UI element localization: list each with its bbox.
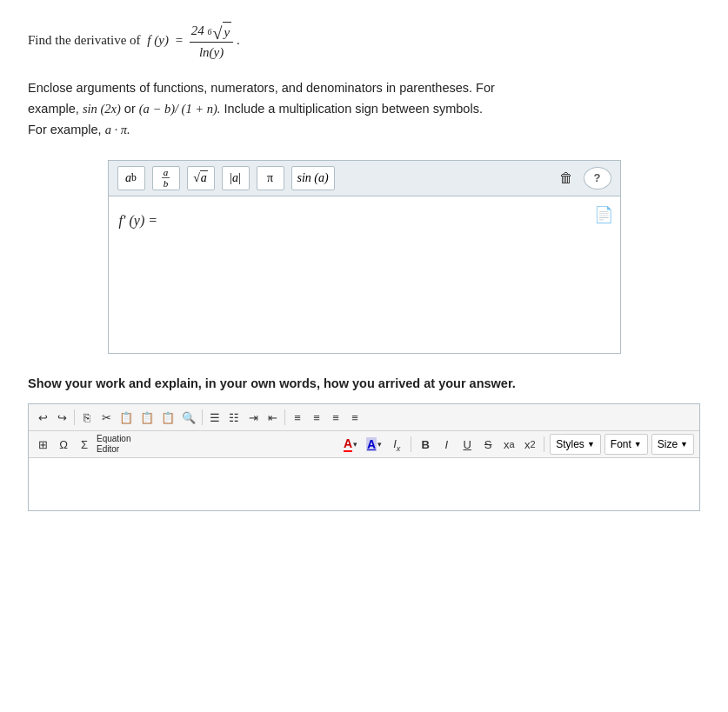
editor-table-btn[interactable]: ⊞ xyxy=(34,434,51,455)
editor-redo-btn[interactable]: ↪ xyxy=(53,407,70,428)
editor-subscript-btn[interactable]: xa xyxy=(500,434,518,455)
equation-editor-label: Equation Editor xyxy=(97,434,130,455)
editor-search-btn[interactable]: 🔍 xyxy=(179,407,198,428)
fraction-denominator: ln(y) xyxy=(197,43,225,63)
toolbar-sin-btn[interactable]: sin (a) xyxy=(291,166,335,190)
editor-copy-btn[interactable]: ⎘ xyxy=(78,407,96,428)
editor-cut-btn[interactable]: ✂ xyxy=(97,407,115,428)
editor-list-btn[interactable]: ☰ xyxy=(206,407,224,428)
editor-align-right-btn[interactable]: ≡ xyxy=(327,407,344,428)
editor-omega-btn[interactable]: Ω xyxy=(55,434,72,455)
font-dropdown[interactable]: Font ▼ xyxy=(604,434,648,455)
instructions: Enclose arguments of functions, numerato… xyxy=(28,78,700,141)
editor-italic-clear-btn[interactable]: Ix xyxy=(388,434,405,455)
editor-strike-btn[interactable]: S xyxy=(479,434,497,455)
editor-content-area[interactable] xyxy=(29,458,699,510)
editor-paste2-btn[interactable]: 📋 xyxy=(137,407,157,428)
toolbar-trash-btn[interactable]: 🗑 xyxy=(556,166,577,190)
editor-undo-btn[interactable]: ↩ xyxy=(34,407,51,428)
radical-expr: 6 √ y xyxy=(208,22,232,43)
fraction-numerator: 24 6 √ y xyxy=(190,21,233,43)
answer-input-area[interactable]: f′ (y) = 📄 xyxy=(108,196,621,354)
show-work-section: Show your work and explain, in your own … xyxy=(28,375,700,512)
answer-input-content[interactable] xyxy=(164,205,610,344)
editor-outdent-btn[interactable]: ⇤ xyxy=(264,407,281,428)
toolbar-sqrt-btn[interactable]: √a xyxy=(187,166,215,190)
show-work-title: Show your work and explain, in your own … xyxy=(28,375,700,394)
editor-align-left-btn[interactable]: ≡ xyxy=(289,407,306,428)
equation-toolbar: ab a b √a |a| π sin (a) 🗑 ? xyxy=(108,160,621,196)
toolbar-pi-btn[interactable]: π xyxy=(257,166,284,190)
editor-toolbar-row2: ⊞ Ω Σ Equation Editor A ▾ A ▾ Ix B xyxy=(29,431,699,458)
toolbar-abs-btn[interactable]: |a| xyxy=(222,166,250,190)
text-editor: ↩ ↪ ⎘ ✂ 📋 📋 📋 🔍 ☰ ☷ ⇥ ⇤ ≡ ≡ ≡ ≡ ⊞ Ω xyxy=(28,403,700,511)
size-dropdown[interactable]: Size ▼ xyxy=(651,434,694,455)
problem-statement: Find the derivative of f (y) = 24 6 √ y … xyxy=(28,21,700,63)
toolbar-fraction-btn[interactable]: a b xyxy=(152,166,180,190)
styles-dropdown[interactable]: Styles ▼ xyxy=(550,434,601,455)
editor-paste3-btn[interactable]: 📋 xyxy=(158,407,177,428)
editor-italic-btn[interactable]: I xyxy=(437,434,455,455)
editor-list2-btn[interactable]: ☷ xyxy=(225,407,243,428)
answer-area: ab a b √a |a| π sin (a) 🗑 ? xyxy=(108,160,621,354)
find-text: Find the derivative of xyxy=(28,33,141,47)
math-fraction: 24 6 √ y ln(y) xyxy=(190,21,233,63)
editor-superscript-btn[interactable]: x2 xyxy=(521,434,538,455)
editor-font-color-btn[interactable]: A ▾ xyxy=(341,434,360,455)
f-label: f (y) xyxy=(147,33,169,47)
editor-indent-btn[interactable]: ⇥ xyxy=(244,407,262,428)
editor-highlight-btn[interactable]: A ▾ xyxy=(364,434,384,455)
toolbar-power-btn[interactable]: ab xyxy=(117,166,145,190)
editor-align-justify-btn[interactable]: ≡ xyxy=(346,407,364,428)
editor-sigma-btn[interactable]: Σ xyxy=(76,434,93,455)
toolbar-help-btn[interactable]: ? xyxy=(584,167,611,190)
editor-bold-btn[interactable]: B xyxy=(417,434,434,455)
expand-icon[interactable]: 📄 xyxy=(594,203,613,227)
editor-paste-btn[interactable]: 📋 xyxy=(117,407,136,428)
answer-label: f′ (y) = xyxy=(119,210,158,231)
editor-toolbar-row1: ↩ ↪ ⎘ ✂ 📋 📋 📋 🔍 ☰ ☷ ⇥ ⇤ ≡ ≡ ≡ ≡ xyxy=(29,404,699,431)
editor-underline-btn[interactable]: U xyxy=(458,434,476,455)
editor-align-center-btn[interactable]: ≡ xyxy=(308,407,325,428)
